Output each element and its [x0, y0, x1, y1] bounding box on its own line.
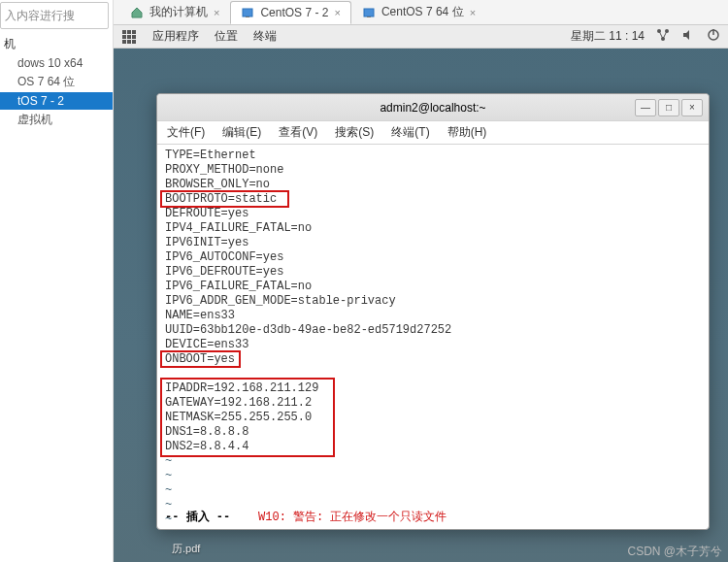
terminal-menu-item[interactable]: 帮助(H) — [447, 124, 487, 141]
config-line: GATEWAY=192.168.211.2 — [165, 396, 701, 411]
terminal-menu-item[interactable]: 搜索(S) — [335, 124, 374, 141]
svg-rect-2 — [364, 9, 374, 17]
vim-tilde: ~ — [165, 469, 701, 483]
config-line: TYPE=Ethernet — [165, 149, 701, 163]
config-line: IPV6INIT=yes — [165, 236, 701, 250]
power-icon[interactable] — [707, 28, 720, 45]
vim-tilde: ~ — [165, 483, 701, 498]
svg-rect-9 — [132, 35, 136, 39]
config-line: DEVICE=ens33 — [165, 338, 701, 352]
vm-tab[interactable]: CentOS 7 - 2× — [230, 1, 350, 24]
config-line: IPV4_FAILURE_FATAL=no — [165, 221, 701, 236]
vm-icon — [362, 6, 376, 19]
search-input[interactable]: 入内容进行搜 — [0, 2, 109, 29]
vim-warning-label: W10: 警告: 正在修改一个只读文件 — [258, 511, 447, 524]
config-line: UUID=63bb120e-d3db-49ae-be82-ed5719d2725… — [165, 323, 701, 338]
desktop-file-label[interactable]: 历.pdf — [172, 542, 200, 556]
sidebar-item[interactable]: dows 10 x64 — [0, 54, 113, 72]
config-line: ONBOOT=yes — [165, 352, 701, 367]
config-line: DNS1=8.8.8.8 — [165, 425, 701, 440]
terminal-title: admin2@localhost:~ — [380, 101, 485, 115]
vim-tilde: ~ — [165, 454, 701, 469]
gnome-menu-terminal[interactable]: 终端 — [253, 28, 277, 45]
vm-tree: 机dows 10 x64OS 7 64 位tOS 7 - 2虚拟机 — [0, 32, 113, 132]
terminal-window: admin2@localhost:~ — □ × 文件(F)编辑(E)查看(V)… — [156, 93, 710, 530]
network-icon[interactable] — [656, 28, 670, 45]
tab-bar: 我的计算机×CentOS 7 - 2×CentOS 7 64 位× — [114, 0, 728, 25]
vim-mode-label: -- 插入 -- — [165, 511, 230, 524]
terminal-menubar: 文件(F)编辑(E)查看(V)搜索(S)终端(T)帮助(H) — [157, 121, 709, 145]
svg-rect-3 — [367, 17, 371, 17]
home-icon — [130, 6, 144, 19]
gnome-menu-places[interactable]: 位置 — [215, 28, 238, 45]
config-line: DNS2=8.8.4.4 — [165, 440, 701, 454]
config-line — [165, 367, 701, 381]
gnome-menu-applications[interactable]: 应用程序 — [152, 28, 199, 45]
config-line: IPV6_AUTOCONF=yes — [165, 250, 701, 265]
config-line: IPADDR=192.168.211.129 — [165, 381, 701, 396]
vm-tab[interactable]: CentOS 7 64 位× — [351, 0, 486, 25]
svg-rect-10 — [122, 40, 126, 44]
sidebar-item[interactable]: 虚拟机 — [0, 110, 113, 130]
terminal-menu-item[interactable]: 编辑(E) — [222, 124, 261, 141]
svg-rect-5 — [127, 30, 131, 34]
svg-rect-12 — [132, 40, 136, 44]
terminal-titlebar[interactable]: admin2@localhost:~ — □ × — [157, 94, 709, 121]
svg-rect-8 — [127, 35, 131, 39]
config-line: BROWSER_ONLY=no — [165, 178, 701, 192]
host-sidebar: 入内容进行搜 机dows 10 x64OS 7 64 位tOS 7 - 2虚拟机 — [0, 0, 114, 562]
watermark-label: CSDN @木子芳兮 — [627, 544, 722, 560]
vm-tab[interactable]: 我的计算机× — [119, 0, 230, 25]
main-area: 我的计算机×CentOS 7 - 2×CentOS 7 64 位× 应用程序 位… — [114, 0, 728, 562]
tab-label: CentOS 7 - 2 — [260, 6, 328, 19]
sidebar-item[interactable]: 机 — [0, 34, 113, 54]
close-icon[interactable]: × — [214, 7, 219, 18]
sidebar-item[interactable]: tOS 7 - 2 — [0, 92, 113, 110]
sidebar-item[interactable]: OS 7 64 位 — [0, 72, 113, 92]
svg-rect-1 — [246, 17, 249, 17]
terminal-menu-item[interactable]: 终端(T) — [391, 124, 429, 141]
vm-icon — [241, 6, 254, 19]
tab-label: CentOS 7 64 位 — [381, 4, 464, 20]
maximize-button[interactable]: □ — [658, 99, 679, 116]
terminal-menu-item[interactable]: 文件(F) — [167, 124, 205, 141]
gnome-top-bar: 应用程序 位置 终端 星期二 11 : 14 — [114, 25, 728, 49]
config-line: NETMASK=255.255.255.0 — [165, 411, 701, 425]
close-button[interactable]: × — [681, 99, 703, 116]
close-icon[interactable]: × — [470, 7, 476, 18]
close-icon[interactable]: × — [334, 7, 340, 18]
config-line: IPV6_DEFROUTE=yes — [165, 265, 701, 280]
minimize-button[interactable]: — — [635, 99, 656, 116]
config-line: DEFROUTE=yes — [165, 207, 701, 221]
config-line: IPV6_ADDR_GEN_MODE=stable-privacy — [165, 294, 701, 309]
config-line: NAME=ens33 — [165, 309, 701, 323]
config-line: PROXY_METHOD=none — [165, 163, 701, 178]
terminal-body[interactable]: TYPE=EthernetPROXY_METHOD=noneBROWSER_ON… — [157, 145, 709, 529]
guest-desktop: 应用程序 位置 终端 星期二 11 : 14 admin2@localhost:… — [114, 25, 728, 562]
volume-icon[interactable] — [681, 28, 695, 45]
terminal-menu-item[interactable]: 查看(V) — [279, 124, 317, 141]
clock-label[interactable]: 星期二 11 : 14 — [571, 28, 645, 45]
config-line: BOOTPROTO=static — [165, 192, 701, 207]
svg-rect-6 — [132, 30, 136, 34]
tab-label: 我的计算机 — [149, 4, 208, 20]
svg-rect-0 — [243, 9, 252, 17]
svg-rect-11 — [127, 40, 131, 44]
config-line: IPV6_FAILURE_FATAL=no — [165, 280, 701, 294]
apps-grid-icon[interactable] — [121, 29, 137, 45]
svg-rect-7 — [122, 35, 126, 39]
svg-rect-4 — [122, 30, 126, 34]
